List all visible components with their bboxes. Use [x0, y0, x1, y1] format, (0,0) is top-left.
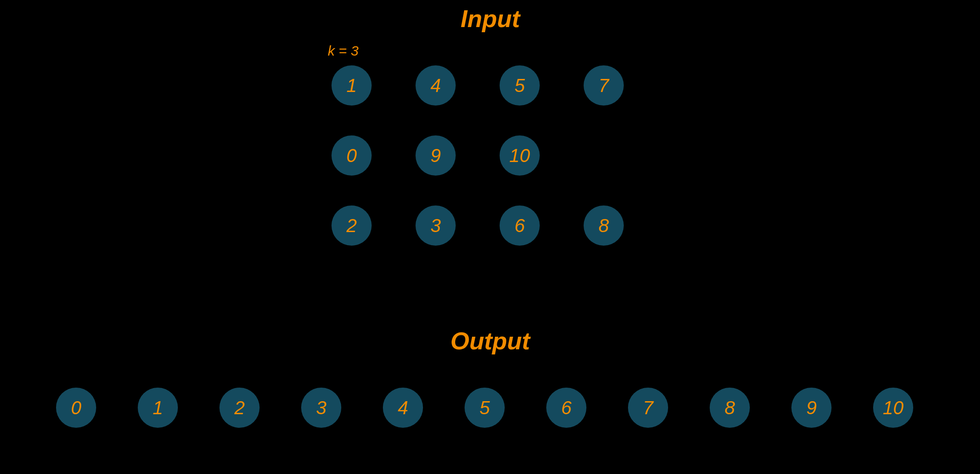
output-node-0: 0	[56, 388, 96, 428]
input-node-r1-c0: 0	[331, 135, 372, 176]
title-input: Input	[420, 5, 560, 33]
output-node-7: 7	[628, 388, 668, 428]
output-node-5: 5	[465, 388, 505, 428]
input-node-r1-c1: 9	[416, 135, 456, 176]
title-output: Output	[420, 327, 560, 355]
input-node-r2-c1: 3	[416, 205, 456, 246]
output-node-3: 3	[301, 388, 341, 428]
input-node-r2-c3: 8	[584, 205, 624, 246]
diagram-stage: Input k = 3 Output 145709102368012345678…	[0, 0, 980, 474]
output-node-8: 8	[710, 388, 750, 428]
output-node-2: 2	[219, 388, 260, 428]
output-node-4: 4	[383, 388, 423, 428]
input-node-r0-c0: 1	[331, 65, 372, 106]
input-node-r0-c1: 4	[416, 65, 456, 106]
input-node-r1-c2: 10	[500, 135, 540, 176]
input-node-r2-c0: 2	[331, 205, 372, 246]
output-node-1: 1	[138, 388, 178, 428]
input-node-r2-c2: 6	[500, 205, 540, 246]
input-node-r0-c3: 7	[584, 65, 624, 106]
input-node-r0-c2: 5	[500, 65, 540, 106]
output-node-9: 9	[791, 388, 832, 428]
output-node-6: 6	[546, 388, 586, 428]
output-node-10: 10	[873, 388, 913, 428]
k-label: k = 3	[328, 43, 359, 59]
